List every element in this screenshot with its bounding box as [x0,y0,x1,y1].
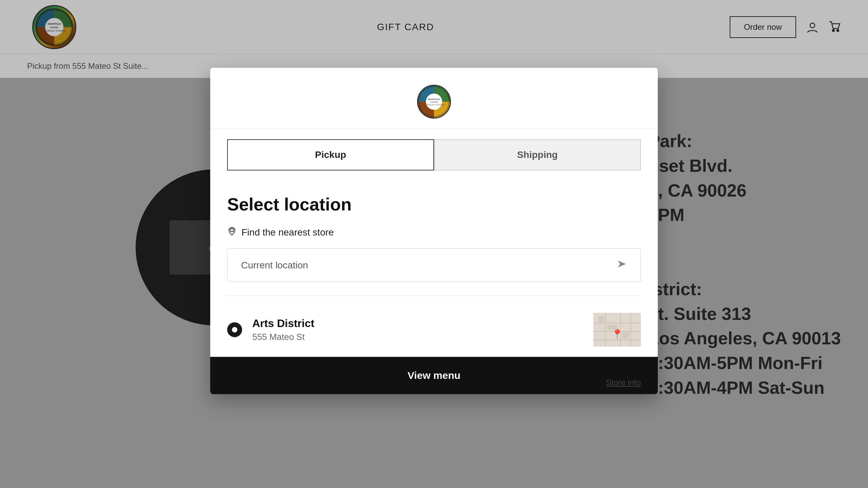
map-pin-icon: 📍 [611,329,623,340]
tab-shipping[interactable]: Shipping [434,139,641,170]
select-location-title: Select location [227,194,641,215]
svg-rect-24 [598,316,604,322]
modal-logo: EIGHTFOLD COFFEE LOS ANGELES • CALIFORNI… [417,85,451,119]
store-map-thumbnail: 📍 [593,313,641,347]
store-info: Arts District 555 Mateo St [252,317,583,342]
store-item[interactable]: Arts District 555 Mateo St [227,306,641,357]
location-pin-icon [227,226,237,238]
find-nearest-label: Find the nearest store [241,227,334,238]
modal-wrapper: EIGHTFOLD COFFEE LOS ANGELES • CALIFORNI… [0,0,868,488]
send-location-icon [617,259,627,271]
svg-text:LOS ANGELES • CALIFORNIA: LOS ANGELES • CALIFORNIA [423,104,445,106]
find-nearest-store[interactable]: Find the nearest store [227,226,641,238]
tab-pickup[interactable]: Pickup [227,139,434,170]
svg-text:EIGHTFOLD: EIGHTFOLD [428,98,440,100]
view-menu-button[interactable]: View menu [210,357,658,394]
store-radio-selected[interactable] [227,322,242,337]
radio-inner [232,327,237,332]
location-input-text: Current location [241,260,308,271]
store-name: Arts District [252,317,583,330]
svg-text:COFFEE: COFFEE [430,101,438,103]
divider [227,296,641,296]
modal-tabs: Pickup Shipping [210,129,658,181]
store-address: 555 Mateo St [252,332,583,342]
modal-content: Select location Find the nearest store C… [210,181,658,357]
svg-point-15 [230,228,234,232]
location-input[interactable]: Current location [227,248,641,282]
modal: EIGHTFOLD COFFEE LOS ANGELES • CALIFORNI… [210,68,658,394]
store-info-link[interactable]: Store info [606,378,641,387]
modal-logo-area: EIGHTFOLD COFFEE LOS ANGELES • CALIFORNI… [210,68,658,129]
svg-rect-25 [622,332,629,339]
